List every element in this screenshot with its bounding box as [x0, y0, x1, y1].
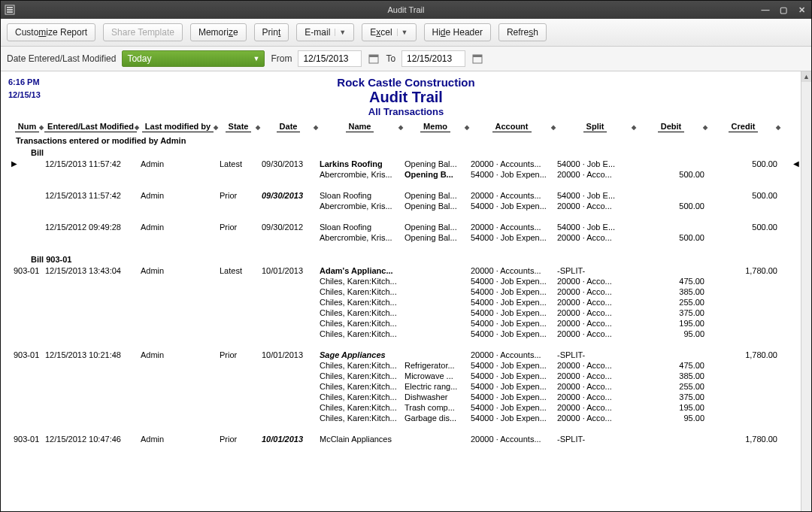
table-row[interactable]: Chiles, Karen:Kitch...54000 · Job Expen.… — [11, 308, 801, 318]
cell-date: 09/30/2012 — [259, 223, 317, 232]
table-row[interactable]: Abercrombie, Kris...Opening Bal...54000 … — [11, 201, 801, 211]
calendar-icon[interactable] — [471, 53, 483, 65]
report-area: 6:16 PM 12/15/13 Rock Castle Constructio… — [1, 71, 811, 511]
table-row[interactable]: 12/15/2012 09:49:28AdminPrior09/30/2012S… — [11, 222, 801, 232]
cell-account: 54000 · Job Expen... — [468, 382, 555, 391]
cell-split: 20000 · Acco... — [555, 361, 635, 370]
cell-split: 20000 · Acco... — [555, 308, 635, 317]
report-date: 12/15/13 — [8, 89, 41, 101]
dropdown-arrow-icon: ▼ — [335, 29, 346, 36]
table-row[interactable]: Chiles, Karen:Kitch...Dishwasher54000 · … — [11, 392, 801, 402]
table-row[interactable]: ▶12/15/2013 11:57:42AdminLatest09/30/201… — [11, 159, 801, 169]
cell-entered — [43, 298, 138, 307]
toolbar: Customize Report Share Template Memorize… — [1, 19, 811, 47]
dropdown-arrow-icon: ▼ — [253, 55, 260, 62]
cell-account: 54000 · Job Expen... — [468, 329, 555, 338]
cell-account: 54000 · Job Expen... — [468, 233, 555, 242]
col-state[interactable]: State◆ — [217, 122, 259, 132]
table-row[interactable]: Abercrombie, Kris...Opening B...54000 · … — [11, 169, 801, 180]
cell-date — [259, 298, 317, 307]
col-name[interactable]: Name◆ — [317, 122, 402, 132]
cell-state — [217, 308, 259, 317]
vertical-scrollbar[interactable]: ▲ — [801, 71, 811, 511]
cell-memo — [402, 287, 468, 296]
cell-split: 20000 · Acco... — [555, 277, 635, 286]
cell-debit: 255.00 — [635, 298, 707, 307]
col-split[interactable]: Split◆ — [555, 122, 635, 132]
cell-account: 54000 · Job Expen... — [468, 170, 555, 179]
cell-date — [259, 170, 317, 179]
table-row[interactable]: Chiles, Karen:Kitch...54000 · Job Expen.… — [11, 329, 801, 339]
svg-rect-1 — [7, 7, 13, 8]
print-button[interactable]: Print — [254, 23, 289, 41]
table-row[interactable]: Chiles, Karen:Kitch...54000 · Job Expen.… — [11, 318, 801, 329]
col-debit[interactable]: Debit◆ — [635, 122, 707, 132]
cell-debit: 375.00 — [635, 308, 707, 317]
table-row[interactable]: Chiles, Karen:Kitch...54000 · Job Expen.… — [11, 297, 801, 308]
report-grid[interactable]: Transactions entered or modified by Admi… — [4, 135, 801, 488]
table-row[interactable]: Chiles, Karen:Kitch...Refrigerator...540… — [11, 360, 801, 371]
table-row[interactable]: Chiles, Karen:Kitch...Garbage dis...5400… — [11, 413, 801, 423]
table-row[interactable]: Chiles, Karen:Kitch...Microwave ...54000… — [11, 371, 801, 381]
minimize-button[interactable]: — — [760, 5, 771, 15]
refresh-button[interactable]: Refresh — [498, 23, 547, 41]
cell-memo: Opening Bal... — [402, 191, 468, 200]
cell-memo: Microwave ... — [402, 371, 468, 380]
cell-split: 20000 · Acco... — [555, 287, 635, 296]
cell-split: 20000 · Acco... — [555, 201, 635, 211]
from-date-input[interactable]: 12/15/2013 — [298, 50, 362, 67]
to-date-input[interactable]: 12/15/2013 — [401, 50, 465, 67]
cell-num — [11, 287, 43, 296]
customize-report-button[interactable]: Customize Report — [7, 23, 95, 41]
to-label: To — [386, 53, 395, 64]
date-range-value: Today — [127, 53, 151, 64]
cell-date — [259, 201, 317, 211]
cell-credit — [707, 382, 780, 391]
table-row[interactable]: Chiles, Karen:Kitch...Trash comp...54000… — [11, 402, 801, 413]
cell-date: 10/01/2013 — [259, 435, 317, 444]
col-date[interactable]: Date◆ — [259, 122, 317, 132]
col-credit[interactable]: Credit◆ — [707, 122, 780, 132]
cell-name: Chiles, Karen:Kitch... — [317, 414, 402, 423]
cell-credit — [707, 298, 780, 307]
maximize-button[interactable]: ▢ — [778, 5, 789, 15]
col-account[interactable]: Account◆ — [468, 122, 555, 132]
cell-date — [259, 382, 317, 391]
date-range-select[interactable]: Today ▼ — [122, 50, 265, 67]
table-row[interactable]: Chiles, Karen:Kitch...Electric rang...54… — [11, 381, 801, 392]
table-row[interactable]: Abercrombie, Kris...Opening Bal...54000 … — [11, 232, 801, 243]
report-time: 6:16 PM — [8, 76, 41, 89]
col-entered[interactable]: Entered/Last Modified◆ — [43, 122, 138, 132]
cell-debit — [635, 191, 707, 200]
cell-name: Larkins Roofing — [317, 159, 402, 168]
col-num[interactable]: Num◆ — [11, 122, 43, 132]
cell-account: 54000 · Job Expen... — [468, 361, 555, 370]
table-row[interactable]: Chiles, Karen:Kitch...54000 · Job Expen.… — [11, 276, 801, 286]
cell-credit: 500.00 — [707, 191, 780, 200]
close-button[interactable]: ✕ — [796, 5, 807, 15]
hide-header-button[interactable]: Hide Header — [424, 23, 491, 41]
calendar-icon[interactable] — [368, 53, 380, 65]
memorize-button[interactable]: Memorize — [190, 23, 247, 41]
table-row[interactable]: Chiles, Karen:Kitch...54000 · Job Expen.… — [11, 286, 801, 297]
table-row[interactable]: 903-0112/15/2013 10:21:48AdminPrior10/01… — [11, 350, 801, 360]
table-row[interactable]: 903-0112/15/2012 10:47:46AdminPrior10/01… — [11, 434, 801, 444]
col-last-modified-by[interactable]: Last modified by◆ — [138, 122, 217, 132]
excel-button[interactable]: Excel▼ — [362, 23, 416, 41]
section-title: Transactions entered or modified by Admi… — [4, 135, 801, 147]
cell-account: 54000 · Job Expen... — [468, 403, 555, 412]
cell-name: Abercrombie, Kris... — [317, 170, 402, 179]
table-row[interactable]: 12/15/2013 11:57:42AdminPrior09/30/2013S… — [11, 190, 801, 201]
table-row[interactable]: 903-0112/15/2013 13:43:04AdminLatest10/0… — [11, 265, 801, 276]
col-memo[interactable]: Memo◆ — [402, 122, 468, 132]
cell-date — [259, 329, 317, 338]
cell-debit — [635, 435, 707, 444]
email-button[interactable]: E-mail▼ — [296, 23, 354, 41]
scroll-up-button[interactable]: ▲ — [801, 71, 811, 82]
cell-credit — [707, 319, 780, 328]
cell-entered — [43, 371, 138, 380]
cell-date — [259, 361, 317, 370]
cell-debit: 500.00 — [635, 201, 707, 211]
cell-split: 20000 · Acco... — [555, 414, 635, 423]
date-filter-label: Date Entered/Last Modified — [7, 53, 116, 64]
